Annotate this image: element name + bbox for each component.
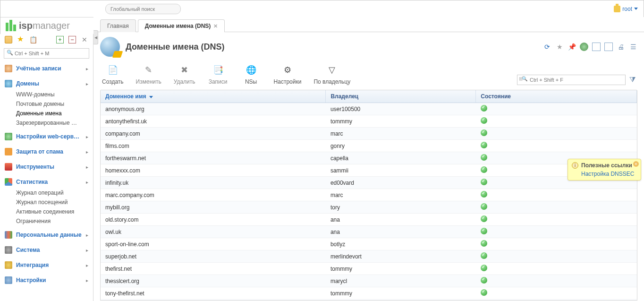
cell-state [476, 103, 637, 115]
nav-sub-item[interactable]: Журнал операций [16, 188, 93, 198]
toolbar-NSы[interactable]: 🌐NSы [241, 63, 262, 85]
nav-sub-item[interactable]: WWW-домены [16, 90, 93, 99]
nav-item-3[interactable]: Защита от спама▸ [0, 146, 93, 158]
table-row[interactable]: thefirst.nettommmy [101, 263, 637, 275]
refresh-icon[interactable]: ⟳ [543, 43, 551, 51]
table-row[interactable]: anonymous.orguser100500 [101, 103, 637, 115]
table-row[interactable]: superjob.netmerlindevort [101, 250, 637, 263]
favorite-icon[interactable]: ★ [555, 43, 564, 51]
close-panel-icon[interactable]: ✕ [81, 36, 88, 43]
nav-item-9[interactable]: Настройки▸ [0, 274, 93, 286]
cell-owner: marc [326, 189, 476, 201]
nav-sub-item[interactable]: Почтовые домены [16, 99, 93, 109]
col-domain[interactable]: Доменное имя [101, 90, 326, 103]
user-menu[interactable]: root [614, 6, 638, 12]
cell-state [476, 238, 637, 250]
table-row[interactable]: infinity.uked00vard [101, 177, 637, 189]
chevron-right-icon: ▸ [86, 81, 88, 86]
table-row[interactable]: fortheswarm.netcapella [101, 152, 637, 164]
cell-owner: ed00vard [326, 177, 476, 189]
table-row[interactable]: antonythefirst.uktommmy [101, 115, 637, 128]
action-green-icon[interactable] [580, 43, 588, 51]
nav-sub-item[interactable]: Ограничения [16, 216, 93, 226]
cell-owner: gonry [326, 140, 476, 152]
table-row[interactable]: sport-on-line.combotlyz [101, 238, 637, 250]
col-state[interactable]: Состояние [476, 90, 637, 103]
table-row[interactable]: mybill.orgtory [101, 201, 637, 214]
toolbar-label: Записи [209, 78, 228, 85]
domains-table: Доменное имя Владелец Состояние anonymou… [101, 90, 637, 301]
cell-domain: infinity.uk [101, 177, 326, 189]
cell-domain: marc.company.com [101, 189, 326, 201]
nav-item-0[interactable]: Учётные записи▸ [0, 62, 93, 75]
filter-input[interactable] [517, 75, 626, 85]
nav-sub-item[interactable]: Активные соединения [16, 207, 93, 216]
funnel-icon[interactable]: ⧩ [629, 76, 636, 84]
table-row[interactable]: company.commarc [101, 128, 637, 140]
tab-close-icon[interactable]: ✕ [213, 23, 218, 29]
toolbar-icon: 📑 [212, 63, 225, 77]
cell-state [476, 214, 637, 226]
toolbar-Создать[interactable]: 📄Создать [102, 63, 124, 85]
sidebar-search-input[interactable] [4, 48, 89, 59]
chevron-right-icon: ▸ [86, 149, 88, 155]
nav-icon [5, 276, 12, 284]
nav-icon [5, 231, 12, 239]
toolbar-label: По владельцу [314, 78, 350, 85]
table-row[interactable]: films.comgonry [101, 140, 637, 152]
toolbar-Настройки[interactable]: ⚙Настройки [274, 63, 302, 85]
table-row[interactable]: toys.comoldman [101, 300, 637, 301]
hint-link[interactable]: Настройка DNSSEC [572, 169, 637, 177]
settings-icon[interactable]: ☰ [629, 43, 637, 51]
table-row[interactable]: thesslcert.orgmarycl [101, 275, 637, 287]
cell-domain: toys.com [101, 300, 326, 301]
nav-sub-item[interactable]: Журнал посещений [16, 198, 93, 207]
pin-icon[interactable]: 📌 [568, 43, 576, 51]
table-row[interactable]: owl.ukana [101, 226, 637, 238]
global-search-input[interactable] [105, 4, 181, 14]
caret-down-icon [634, 8, 638, 10]
toolbar-label: Настройки [274, 78, 302, 85]
state-ok-icon [481, 203, 487, 210]
close-hint-icon[interactable]: × [633, 161, 639, 167]
state-ok-icon [481, 129, 487, 136]
nav-sub-item[interactable]: Зарезервированные … [16, 118, 93, 128]
expand-all-icon[interactable]: + [56, 36, 64, 43]
nav-item-2[interactable]: Настройки web-серв…▸ [0, 130, 93, 143]
nav-item-6[interactable]: Персональные данные▸ [0, 229, 93, 241]
state-ok-icon [481, 105, 487, 112]
cell-domain: sport-on-line.com [101, 238, 326, 250]
nav-sub-item[interactable]: Доменные имена [16, 109, 93, 118]
table-row[interactable]: homexxx.comsammii [101, 164, 637, 177]
print-icon[interactable]: 🖨 [617, 43, 625, 51]
nav-item-5[interactable]: Статистика▸ [0, 176, 93, 188]
domains-grid[interactable]: Доменное имя Владелец Состояние anonymou… [100, 90, 637, 301]
new-tab-icon[interactable] [5, 36, 12, 43]
nav-item-7[interactable]: Система▸ [0, 244, 93, 256]
nav-sublist: Журнал операцийЖурнал посещенийАктивные … [0, 188, 93, 226]
table-row[interactable]: old.story.comana [101, 214, 637, 226]
nav-label: Домены [16, 80, 86, 87]
state-ok-icon [481, 179, 487, 185]
tab-0[interactable]: Главная [100, 19, 136, 32]
nav-icon [5, 261, 12, 269]
nav-item-4[interactable]: Инструменты▸ [0, 161, 93, 173]
useful-links-popup: × i Полезные ссылки Настройка DNSSEC [568, 159, 641, 181]
clipboard-icon[interactable]: 📋 [29, 36, 37, 43]
nav-item-8[interactable]: Интеграция▸ [0, 259, 93, 271]
table-row[interactable]: tony-thefirst.nettommmy [101, 287, 637, 300]
collapse-all-icon[interactable]: − [68, 36, 76, 43]
favorites-icon[interactable]: ★ [17, 36, 25, 43]
state-ok-icon [481, 277, 487, 284]
col-owner[interactable]: Владелец [326, 90, 476, 103]
state-ok-icon [481, 252, 487, 259]
toolbar-По владельцу[interactable]: ▽По владельцу [314, 63, 350, 85]
table-row[interactable]: marc.company.commarc [101, 189, 637, 201]
tab-1[interactable]: Доменные имена (DNS)✕ [138, 19, 225, 32]
logo: ispmanager [6, 17, 70, 34]
export-icon-2[interactable] [604, 43, 613, 51]
cell-owner: ana [326, 226, 476, 238]
nav-item-1[interactable]: Домены▸ [0, 77, 93, 90]
export-icon-1[interactable] [592, 43, 601, 51]
nav-label: Инструменты [16, 163, 86, 170]
